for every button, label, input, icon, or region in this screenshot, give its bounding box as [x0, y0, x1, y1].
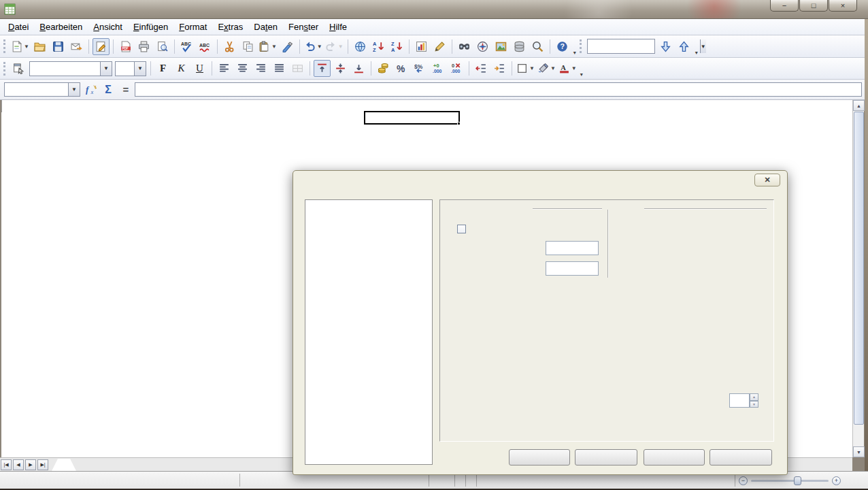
number-standard-button[interactable]: $%	[412, 60, 429, 77]
underline-button[interactable]: U	[191, 60, 208, 77]
sheet-tab-sheet1[interactable]	[52, 459, 76, 471]
function-button[interactable]: =	[117, 82, 135, 97]
help-button[interactable]	[644, 449, 705, 466]
borders-dropdown-icon[interactable]: ▼	[529, 65, 535, 71]
menu-extras[interactable]: Extras	[212, 20, 248, 34]
font-size-combo[interactable]: ▼	[115, 61, 146, 76]
hyperlink-button[interactable]	[352, 38, 369, 55]
menu-datei[interactable]: Datei	[3, 20, 34, 34]
copy-button[interactable]	[239, 38, 256, 55]
formula-input[interactable]	[135, 82, 862, 97]
sum-button[interactable]: Σ	[99, 82, 117, 97]
decrease-indent-button[interactable]	[473, 60, 490, 77]
menu-fenster[interactable]: Fenster	[283, 20, 324, 34]
sort-ascending-button[interactable]: AZ	[370, 38, 387, 55]
zoom-track[interactable]	[751, 480, 829, 482]
previous-sheet-button[interactable]: ◀	[13, 459, 24, 470]
cut-button[interactable]	[221, 38, 238, 55]
sort-descending-button[interactable]: ZA	[388, 38, 405, 55]
corner-header[interactable]	[1, 100, 2, 112]
zoom-slider[interactable]: − +	[739, 476, 841, 485]
align-left-button[interactable]	[216, 60, 233, 77]
font-color-button[interactable]: A▼	[558, 60, 578, 77]
page-preview-button[interactable]	[154, 38, 171, 55]
find-up-button[interactable]	[675, 38, 692, 55]
styles-window-button[interactable]	[10, 60, 27, 77]
number-currency-button[interactable]	[375, 60, 392, 77]
font-name-dropdown-icon[interactable]: ▼	[100, 62, 112, 76]
find-replace-button[interactable]	[456, 38, 473, 55]
delete-decimal-button[interactable]: 0.000	[448, 60, 465, 77]
menu-bearbeiten[interactable]: Bearbeiten	[34, 20, 88, 34]
find-text-combo[interactable]: ▼	[587, 39, 655, 54]
undo-button[interactable]: ▼	[303, 38, 323, 55]
spellcheck-button[interactable]: ABC	[178, 38, 195, 55]
align-justify-button[interactable]	[271, 60, 288, 77]
scroll-up-icon[interactable]: ▲	[853, 100, 865, 111]
zoom-out-icon[interactable]: −	[739, 476, 748, 485]
bold-button[interactable]: F	[154, 60, 171, 77]
export-pdf-button[interactable]: PDF	[117, 38, 134, 55]
dialog-close-button[interactable]: ✕	[754, 174, 780, 186]
name-box-dropdown-icon[interactable]: ▼	[68, 83, 80, 96]
find-text-dropdown-icon[interactable]: ▼	[700, 39, 706, 53]
toolbar-grip[interactable]	[3, 39, 7, 53]
zoom-thumb[interactable]	[794, 476, 801, 485]
back-button[interactable]	[710, 449, 772, 466]
spin-down-icon[interactable]: ▼	[750, 401, 758, 408]
background-color-button[interactable]: ▼	[537, 60, 556, 77]
name-box[interactable]: ▼	[4, 82, 80, 97]
background-color-dropdown-icon[interactable]: ▼	[550, 65, 556, 71]
decimal-places-spinner[interactable]: ▲ ▼	[750, 393, 758, 408]
new-document-dropdown-icon[interactable]: ▼	[24, 44, 29, 50]
autospellcheck-button[interactable]: ABC	[197, 38, 214, 55]
menu-ansicht[interactable]: Ansicht	[88, 20, 128, 34]
next-sheet-button[interactable]: ▶	[25, 459, 36, 470]
new-document-button[interactable]: ▼	[10, 38, 30, 55]
align-right-button[interactable]	[252, 60, 269, 77]
navigator-button[interactable]	[474, 38, 491, 55]
borders-button[interactable]: ▼	[516, 60, 535, 77]
toolbar-overflow-icon[interactable]: ▾	[580, 71, 583, 78]
ok-button[interactable]	[509, 449, 570, 466]
paste-button[interactable]: ▼	[258, 38, 278, 55]
font-size-dropdown-icon[interactable]: ▼	[134, 62, 146, 76]
add-decimal-button[interactable]: +0.000	[430, 60, 447, 77]
datasources-button[interactable]	[511, 38, 528, 55]
steps-input[interactable]	[546, 241, 599, 255]
menu-einfgen[interactable]: Einfügen	[128, 20, 173, 34]
toolbar-overflow-icon[interactable]: ▾	[573, 50, 576, 56]
menu-daten[interactable]: Daten	[248, 20, 283, 34]
last-sheet-button[interactable]: ▶|	[37, 459, 48, 470]
decimal-places-input[interactable]	[729, 393, 750, 408]
font-name-combo[interactable]: ▼	[29, 61, 112, 76]
maximize-button[interactable]: □	[799, 0, 828, 12]
min-change-input[interactable]	[546, 261, 599, 276]
number-percent-button[interactable]: %	[393, 60, 410, 77]
toolbar-grip[interactable]	[580, 39, 583, 53]
edit-file-button[interactable]	[93, 38, 110, 55]
align-center-vertical-button[interactable]	[332, 60, 349, 77]
close-button[interactable]: ×	[829, 0, 857, 12]
zoom-button[interactable]	[529, 38, 546, 55]
first-sheet-button[interactable]: |◀	[1, 459, 12, 470]
font-color-dropdown-icon[interactable]: ▼	[571, 65, 577, 71]
align-center-button[interactable]	[234, 60, 251, 77]
increase-indent-button[interactable]	[491, 60, 508, 77]
italic-button[interactable]: K	[173, 60, 190, 77]
spin-up-icon[interactable]: ▲	[750, 393, 758, 401]
help-button[interactable]: ?	[554, 38, 571, 55]
iterations-checkbox[interactable]	[457, 225, 466, 233]
format-paintbrush-button[interactable]	[279, 38, 296, 55]
scroll-down-icon[interactable]: ▼	[853, 446, 865, 457]
find-down-button[interactable]	[657, 38, 674, 55]
gallery-button[interactable]	[493, 38, 510, 55]
function-wizard-button[interactable]: fx	[82, 82, 99, 97]
email-button[interactable]	[68, 38, 85, 55]
scrollbar-thumb[interactable]	[854, 112, 864, 425]
minimize-button[interactable]: −	[770, 0, 799, 12]
align-top-button[interactable]	[314, 60, 331, 77]
print-button[interactable]	[135, 38, 152, 55]
align-bottom-button[interactable]	[350, 60, 367, 77]
zoom-in-icon[interactable]: +	[832, 476, 841, 485]
